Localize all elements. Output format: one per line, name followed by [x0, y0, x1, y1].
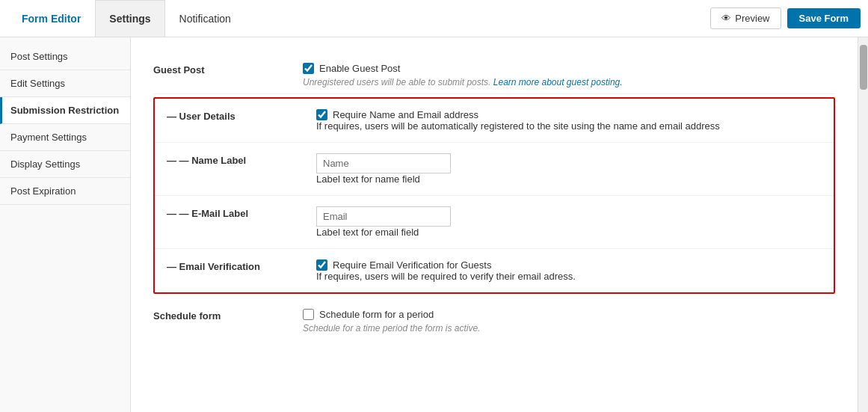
save-form-button[interactable]: Save Form: [787, 8, 861, 28]
tab-notification[interactable]: Notification: [165, 0, 245, 37]
tab-settings[interactable]: Settings: [95, 0, 164, 37]
schedule-form-content: Schedule form for a period Schedule for …: [303, 309, 835, 333]
name-label-input[interactable]: [316, 153, 451, 173]
scrollbar-thumb[interactable]: [860, 45, 867, 90]
scrollbar-track: [858, 37, 868, 412]
tab-form-editor[interactable]: Form Editor: [7, 0, 95, 37]
email-verification-label: — Email Verification: [167, 259, 316, 272]
sidebar-item-edit-settings[interactable]: Edit Settings: [0, 70, 130, 97]
email-label-input[interactable]: [316, 206, 451, 227]
preview-button[interactable]: 👁 Preview: [710, 7, 781, 29]
name-label-content: Label text for name field: [316, 153, 822, 185]
user-details-description: If requires, users will be automatically…: [316, 120, 822, 132]
user-details-label: — User Details: [167, 109, 316, 122]
top-nav-tabs: Form Editor Settings Notification: [7, 0, 245, 37]
guest-post-checkbox[interactable]: [303, 63, 314, 74]
email-verification-checkbox[interactable]: [316, 259, 327, 271]
sidebar: Post Settings Edit Settings Submission R…: [0, 37, 131, 412]
preview-label: Preview: [735, 13, 769, 24]
content-area: Guest Post Enable Guest Post Unregistere…: [131, 37, 858, 412]
require-name-email-label[interactable]: Require Name and Email address: [333, 109, 478, 120]
guest-post-learn-more-link[interactable]: Learn more about guest posting.: [493, 77, 623, 87]
name-label-field-label: — — Name Label: [167, 153, 316, 166]
email-verification-description: If requires, users will be required to v…: [316, 271, 822, 282]
sidebar-item-display-settings[interactable]: Display Settings: [0, 151, 130, 178]
guest-post-description: Unregistered users will be able to submi…: [303, 77, 835, 87]
require-name-email-checkbox[interactable]: [316, 109, 327, 120]
name-label-row: — — Name Label Label text for name field: [155, 143, 834, 196]
email-verification-checkbox-label[interactable]: Require Email Verification for Guests: [333, 259, 491, 271]
name-label-description: Label text for name field: [316, 173, 822, 185]
user-details-content: Require Name and Email address If requir…: [316, 109, 822, 132]
email-verification-checkbox-row: Require Email Verification for Guests: [316, 259, 822, 271]
sidebar-item-post-expiration[interactable]: Post Expiration: [0, 178, 130, 205]
schedule-form-checkbox-label[interactable]: Schedule form for a period: [319, 309, 434, 320]
email-label-field-label: — — E-Mail Label: [167, 206, 316, 219]
schedule-form-label: Schedule form: [153, 309, 303, 322]
guest-post-checkbox-label[interactable]: Enable Guest Post: [319, 63, 400, 74]
guest-post-content: Enable Guest Post Unregistered users wil…: [303, 63, 835, 87]
schedule-form-checkbox[interactable]: [303, 309, 314, 320]
red-section: — User Details Require Name and Email ad…: [153, 97, 835, 294]
user-details-checkbox-row: Require Name and Email address: [316, 109, 822, 120]
email-label-description: Label text for email field: [316, 227, 822, 238]
top-nav-actions: 👁 Preview Save Form: [710, 7, 861, 29]
top-nav: Form Editor Settings Notification 👁 Prev…: [0, 0, 868, 37]
sidebar-item-post-settings[interactable]: Post Settings: [0, 43, 130, 70]
schedule-form-description: Schedule for a time period the form is a…: [303, 323, 835, 333]
user-details-row: — User Details Require Name and Email ad…: [155, 99, 834, 143]
main-layout: Post Settings Edit Settings Submission R…: [0, 37, 868, 412]
guest-post-row: Guest Post Enable Guest Post Unregistere…: [153, 52, 835, 94]
guest-post-checkbox-row: Enable Guest Post: [303, 63, 835, 74]
email-verification-row: — Email Verification Require Email Verif…: [155, 249, 834, 292]
email-label-row: — — E-Mail Label Label text for email fi…: [155, 196, 834, 249]
guest-post-label: Guest Post: [153, 63, 303, 76]
schedule-form-row: Schedule form Schedule form for a period…: [153, 303, 835, 344]
eye-icon: 👁: [721, 13, 731, 24]
email-verification-content: Require Email Verification for Guests If…: [316, 259, 822, 282]
schedule-form-checkbox-row: Schedule form for a period: [303, 309, 835, 320]
sidebar-item-submission-restriction[interactable]: Submission Restriction: [0, 97, 130, 124]
email-label-content: Label text for email field: [316, 206, 822, 238]
sidebar-item-payment-settings[interactable]: Payment Settings: [0, 124, 130, 151]
